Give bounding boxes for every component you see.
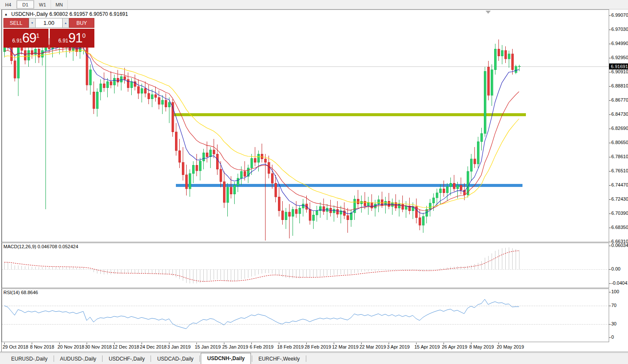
rsi-axis-label: 70: [611, 303, 616, 308]
buy-price-big: 91: [68, 30, 82, 46]
date-axis-label: 22 Mar 2019: [359, 344, 386, 349]
sell-price-pip: 1: [36, 32, 39, 39]
price-axis-label: 6.82690: [611, 126, 628, 131]
tab-separator: [102, 355, 103, 362]
sell-price-big: 69: [22, 30, 36, 46]
chart-tab-eurchf[interactable]: EURCHF-,Weekly: [253, 354, 305, 364]
chart-tab-usdcnh[interactable]: USDCNH-,Daily: [201, 353, 251, 364]
tab-separator: [306, 355, 306, 362]
price-axis-label: 6.94990: [611, 41, 628, 46]
toolbar-separator: [67, 0, 68, 9]
price-axis-label: 6.68350: [611, 225, 628, 230]
volume-increase-button[interactable]: ▲: [62, 18, 69, 28]
timeframe-toolbar: H4D1W1MN: [0, 0, 628, 9]
date-axis-label: 6 Feb 2019: [250, 344, 274, 349]
price-axis-label: 6.99070: [611, 12, 628, 18]
date-axis-label: 25 Jan 2019: [222, 344, 248, 349]
sell-price-display[interactable]: 6.91691: [3, 29, 48, 48]
date-axis-label: 24 Dec 2018: [140, 344, 166, 349]
date-axis-label: 12 Mar 2019: [332, 344, 359, 349]
sell-button[interactable]: SELL: [3, 18, 29, 28]
trading-platform-window: H4D1W1MN ▲ USDCNH-,Daily 6.90802 6.91957…: [0, 0, 628, 364]
tab-separator: [199, 355, 200, 362]
rsi-axis-label: 100: [611, 289, 619, 294]
price-axis-label: 6.88810: [611, 83, 628, 88]
price-axis-label: 6.74470: [611, 182, 628, 187]
volume-input[interactable]: [36, 18, 62, 28]
timeframe-button-h4[interactable]: H4: [0, 0, 16, 9]
date-axis-label: 3 Jan 2019: [167, 344, 190, 349]
chart-tab-usdcad[interactable]: USDCAD-,Daily: [152, 354, 199, 364]
date-axis-label: 8 May 2019: [469, 344, 494, 349]
price-axis-label: 6.76510: [611, 168, 628, 173]
price-axis-label: 6.80650: [611, 140, 628, 145]
price-axis-label: 6.90910: [611, 69, 628, 74]
date-axis-label: 8 Nov 2018: [30, 344, 54, 349]
chart-tab-usdchf[interactable]: USDCHF-,Daily: [103, 354, 150, 364]
macd-indicator-label: MACD(12,26,9) 0.046708 0.052424: [3, 244, 78, 249]
tab-separator: [54, 355, 54, 362]
rsi-indicator-label: RSI(14) 68.8646: [3, 290, 38, 295]
macd-axis-label: 0.060342: [611, 243, 628, 248]
buy-button[interactable]: BUY: [69, 18, 94, 28]
chart-title: ▲ USDCNH-,Daily 6.90802 6.91957 6.90570 …: [4, 11, 128, 17]
collapse-panel-icon[interactable]: ▲: [4, 12, 8, 16]
rsi-pane[interactable]: [2, 289, 609, 342]
buy-price-prefix: 6.91: [58, 38, 68, 44]
price-axis-label: 6.97030: [611, 27, 628, 32]
price-axis-label: 6.78610: [611, 154, 628, 159]
timeframe-button-d1[interactable]: D1: [17, 0, 34, 9]
rsi-axis-label: 30: [611, 321, 616, 326]
date-axis-label: 15 Jan 2019: [195, 344, 221, 349]
triangle-up-icon: ▲: [64, 21, 67, 24]
date-axis-label: 18 Feb 2019: [277, 344, 304, 349]
price-axis-label: 6.84730: [611, 111, 628, 117]
date-axis-label: 12 Dec 2018: [112, 344, 139, 349]
sell-price-prefix: 6.91: [12, 38, 22, 44]
chart-title-text: USDCNH-,Daily 6.90802 6.91957 6.90570 6.…: [11, 11, 128, 17]
price-axis-label: 6.72430: [611, 196, 628, 202]
buy-price-pip: 0: [82, 32, 86, 39]
rsi-axis-label: 0: [611, 334, 614, 340]
chart-tab-eurusd[interactable]: EURUSD-,Daily: [6, 354, 53, 364]
date-axis-label: 20 May 2019: [497, 344, 524, 349]
price-axis-label: 6.70390: [611, 211, 628, 216]
macd-axis-label: -0.040415: [611, 280, 628, 286]
triangle-down-icon: ▼: [31, 21, 34, 24]
timeframe-button-mn[interactable]: MN: [51, 0, 67, 9]
tab-separator: [252, 355, 252, 362]
macd-axis-label: 0.00: [611, 266, 620, 271]
price-axis-label: 6.92950: [611, 55, 628, 60]
tab-separator: [151, 355, 151, 362]
volume-decrease-button[interactable]: ▼: [29, 18, 36, 28]
chart-tab-bar: EURUSD-,DailyAUDUSD-,DailyUSDCHF-,DailyU…: [0, 352, 628, 364]
date-axis-label: 29 Oct 2018: [3, 344, 28, 349]
current-price-tag: 6.91691: [609, 63, 628, 69]
buy-price-display[interactable]: 6.91910: [50, 29, 95, 48]
timeframe-button-w1[interactable]: W1: [34, 0, 51, 9]
date-axis-label: 15 Apr 2019: [414, 344, 440, 349]
price-axis-label: 6.86770: [611, 97, 628, 102]
chart-tab-audusd[interactable]: AUDUSD-,Daily: [55, 354, 102, 364]
date-axis-label: 28 Feb 2019: [305, 344, 331, 349]
date-axis-label: 3 Apr 2019: [387, 344, 410, 349]
one-click-trading-panel: SELL ▼ ▲ BUY 6.91691 6.91910: [3, 18, 94, 48]
date-axis-label: 30 Nov 2018: [85, 344, 112, 349]
date-axis-label: 20 Nov 2018: [57, 344, 84, 349]
date-axis-label: 26 Apr 2019: [442, 344, 467, 349]
macd-pane[interactable]: [2, 243, 609, 288]
